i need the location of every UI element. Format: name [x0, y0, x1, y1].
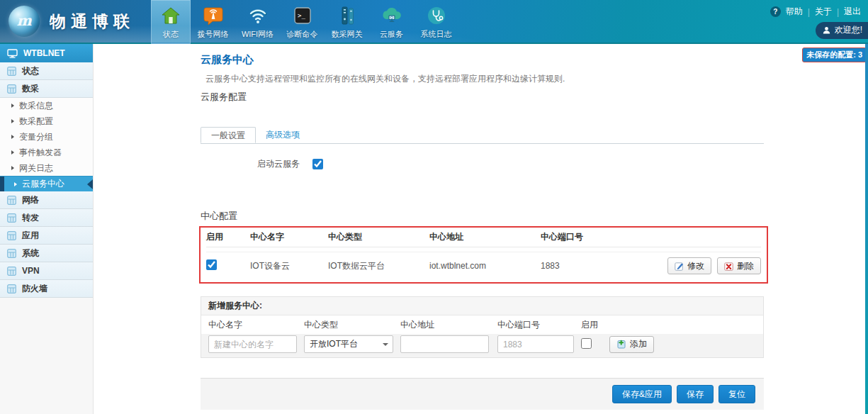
row-actions-cell: 修改 删除	[626, 257, 761, 274]
arrow-right-icon	[11, 119, 14, 123]
terminal-icon: >_	[291, 4, 314, 27]
logout-link[interactable]: 退出	[844, 6, 861, 18]
sidebar-item-label: 网络	[22, 194, 39, 206]
top-header: m 物通博联 状态 拨号网络 WIFI网络	[0, 0, 868, 44]
nav-label: 拨号网络	[198, 29, 229, 40]
logs-icon	[425, 4, 448, 27]
new-center-enable-checkbox[interactable]	[581, 338, 592, 349]
section-center-config: 中心配置	[201, 210, 237, 223]
center-name-input[interactable]	[208, 335, 297, 353]
top-utility-links: ? 帮助 | 关于 | 退出	[770, 6, 861, 18]
arrow-right-icon	[14, 182, 17, 186]
col-name: 中心名字	[250, 231, 328, 243]
wifi-icon	[247, 4, 269, 27]
row-type-cell: IOT数据云平台	[328, 260, 429, 272]
label-enable: 启用	[581, 319, 609, 331]
add-center-section: 新增服务中心: 中心名字 中心类型 中心地址 中心端口号 启用 开放IOT平台	[201, 296, 764, 358]
help-icon: ?	[770, 6, 781, 17]
main-content: 未保存的配置: 3 云服务中心 云服务中心支持远程管理和监控所有的在线网关和设备…	[94, 44, 868, 414]
action-footer: 保存&应用 保存 复位	[201, 378, 764, 410]
tab-advanced-options[interactable]: 高级选项	[256, 127, 310, 143]
sidebar-item-label: 状态	[22, 65, 39, 77]
cloud-icon	[381, 4, 403, 27]
sidebar-subitem-vargroup[interactable]: 变量分组	[0, 129, 93, 145]
arrow-right-icon	[11, 166, 14, 170]
sidebar-subitem-gatewaylog[interactable]: 网关日志	[0, 160, 93, 176]
top-nav: 状态 拨号网络 WIFI网络 >_ 诊断命令	[151, 0, 458, 44]
label-center-address: 中心地址	[400, 319, 497, 331]
enable-cloud-checkbox[interactable]	[312, 159, 323, 169]
sidebar-subitem-cloudcenter[interactable]: 云服务中心	[0, 176, 93, 191]
page-description: 云服务中心支持远程管理和监控所有的在线网关和设备，支持远程部署应用程序和边缘计算…	[205, 73, 565, 85]
grid-icon	[7, 67, 16, 76]
grid-icon	[7, 284, 16, 293]
page-title: 云服务中心	[201, 53, 254, 67]
col-port: 中心端口号	[541, 231, 626, 243]
nav-item-cloud[interactable]: 云服务	[369, 0, 414, 44]
sidebar-item-status[interactable]: 状态	[0, 62, 93, 80]
sidebar-subitem-dataconfig[interactable]: 数采配置	[0, 113, 93, 129]
scrollbar[interactable]	[865, 44, 868, 414]
chevron-down-icon	[383, 343, 388, 346]
nav-item-gateway[interactable]: 数采网关	[325, 0, 369, 44]
sidebar-subitem-trigger[interactable]: 事件触发器	[0, 145, 93, 160]
arrow-right-icon	[11, 135, 14, 139]
nav-item-status[interactable]: 状态	[151, 0, 191, 44]
sidebar-item-system[interactable]: 系统	[0, 245, 93, 262]
add-button[interactable]: 添加	[609, 336, 654, 353]
logo-sphere-icon: m	[9, 6, 40, 37]
row-name-cell: IOT设备云	[250, 260, 328, 272]
table-header-row: 启用 中心名字 中心类型 中心地址 中心端口号	[206, 228, 761, 247]
delete-icon	[724, 262, 733, 271]
grid-icon	[7, 213, 16, 223]
reset-button[interactable]: 复位	[718, 385, 755, 403]
edit-icon	[675, 262, 684, 271]
sidebar-item-network[interactable]: 网络	[0, 191, 93, 209]
name-field-cell	[208, 335, 304, 353]
edit-label: 修改	[687, 260, 704, 272]
center-type-select[interactable]: 开放IOT平台	[304, 335, 393, 353]
sidebar-item-vpn[interactable]: VPN	[0, 262, 93, 280]
add-icon	[616, 340, 626, 349]
sidebar-subitem-label: 云服务中心	[22, 178, 64, 190]
brand-name: 物通博联	[50, 11, 135, 33]
enable-field-cell	[581, 338, 609, 351]
save-button[interactable]: 保存	[677, 385, 714, 403]
arrow-right-icon	[11, 150, 14, 155]
center-config-table: 启用 中心名字 中心类型 中心地址 中心端口号 IOT设备云 IOT数据云平台 …	[199, 226, 768, 284]
nav-label: 状态	[163, 29, 179, 40]
row-enable-cell	[206, 259, 250, 272]
nav-label: 系统日志	[421, 29, 452, 40]
nav-item-wifi[interactable]: WIFI网络	[235, 0, 280, 44]
monitor-icon	[7, 49, 18, 58]
sidebar-subitem-datainfo[interactable]: 数采信息	[0, 98, 93, 113]
add-center-title: 新增服务中心:	[201, 297, 763, 315]
welcome-badge[interactable]: 欢迎您!	[816, 22, 868, 39]
grid-icon	[7, 249, 16, 258]
sidebar-item-forward[interactable]: 转发	[0, 209, 93, 227]
nav-item-diagnostics[interactable]: >_ 诊断命令	[280, 0, 325, 44]
row-enable-checkbox[interactable]	[206, 259, 217, 270]
nav-item-syslog[interactable]: 系统日志	[414, 0, 458, 44]
sidebar: WTBLNET 状态 数采 数采信息 数采配置 变量分组 事件触发器 网关	[0, 44, 94, 414]
about-link[interactable]: 关于	[815, 6, 832, 18]
sidebar-subitem-label: 事件触发器	[19, 147, 62, 159]
tab-bar: 一般设置 高级选项	[201, 127, 764, 144]
center-address-input[interactable]	[400, 335, 489, 353]
sidebar-item-firewall[interactable]: 防火墙	[0, 280, 93, 298]
type-field-cell: 开放IOT平台	[304, 335, 400, 353]
table-row: IOT设备云 IOT数据云平台 iot.wtblnet.com 1883 修改 …	[206, 252, 761, 279]
center-port-input[interactable]	[497, 335, 574, 353]
add-center-labels: 中心名字 中心类型 中心地址 中心端口号 启用	[201, 315, 763, 334]
delete-button[interactable]: 删除	[717, 257, 761, 274]
add-label: 添加	[630, 338, 647, 350]
sidebar-item-apps[interactable]: 应用	[0, 227, 93, 245]
sidebar-item-datacollect[interactable]: 数采	[0, 80, 93, 98]
edit-button[interactable]: 修改	[667, 257, 711, 274]
address-field-cell	[400, 335, 497, 353]
save-apply-button[interactable]: 保存&应用	[612, 385, 672, 403]
add-center-inputs: 开放IOT平台 添加	[201, 334, 763, 357]
tab-general-settings[interactable]: 一般设置	[201, 127, 256, 143]
nav-item-dialup[interactable]: 拨号网络	[191, 0, 235, 44]
help-link[interactable]: 帮助	[786, 6, 803, 18]
